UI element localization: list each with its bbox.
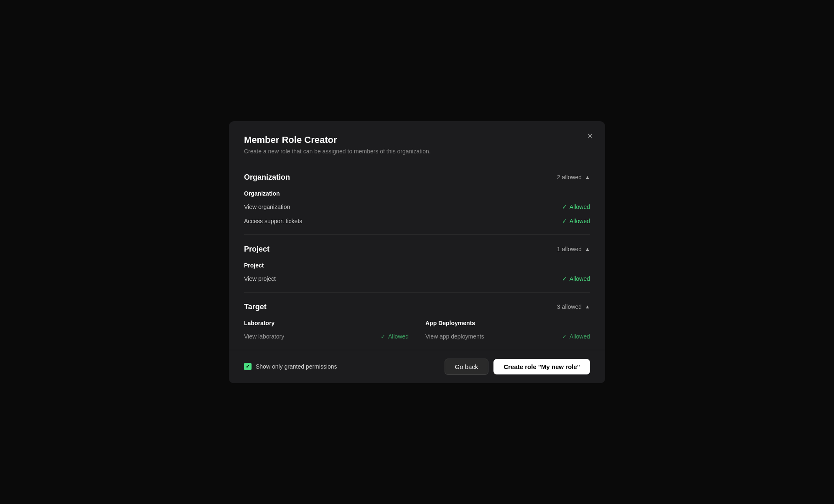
target-section-header: Target 3 allowed ▲	[244, 303, 590, 311]
modal-dialog: Member Role Creator Create a new role th…	[229, 121, 605, 383]
permission-allowed-text: Allowed	[570, 275, 590, 282]
modal-header: Member Role Creator Create a new role th…	[229, 121, 605, 163]
permission-label: View project	[244, 275, 276, 282]
show-granted-checkbox-label[interactable]: ✓ Show only granted permissions	[244, 363, 337, 370]
target-allowed-count: 3 allowed	[557, 303, 582, 310]
laboratory-group-title: Laboratory	[244, 320, 409, 326]
target-columns: Laboratory View laboratory ✓ Allowed App…	[244, 320, 590, 341]
target-section-title: Target	[244, 303, 267, 311]
permission-status: ✓ Allowed	[562, 218, 590, 224]
project-chevron-icon[interactable]: ▲	[585, 246, 590, 252]
modal-body: Organization 2 allowed ▲ Organization Vi…	[229, 163, 605, 350]
permission-status: ✓ Allowed	[562, 333, 590, 340]
organization-section-header: Organization 2 allowed ▲	[244, 173, 590, 182]
checkbox-label-text: Show only granted permissions	[256, 363, 337, 370]
organization-section-title: Organization	[244, 173, 290, 182]
close-button[interactable]: ×	[583, 130, 597, 143]
project-group-title: Project	[244, 262, 590, 269]
permission-status: ✓ Allowed	[562, 204, 590, 210]
check-icon: ✓	[562, 275, 567, 282]
permission-allowed-text: Allowed	[388, 333, 409, 340]
check-icon: ✓	[562, 218, 567, 224]
target-badge: 3 allowed ▲	[557, 303, 590, 310]
table-row: View project ✓ Allowed	[244, 274, 590, 284]
show-granted-checkbox[interactable]: ✓	[244, 363, 252, 370]
check-icon: ✓	[562, 204, 567, 210]
permission-status: ✓ Allowed	[562, 275, 590, 282]
check-icon: ✓	[381, 333, 386, 340]
project-permissions-list: View project ✓ Allowed	[244, 274, 590, 284]
table-row: View app deployments ✓ Allowed	[425, 331, 590, 341]
project-section-header: Project 1 allowed ▲	[244, 245, 590, 254]
project-allowed-count: 1 allowed	[557, 246, 582, 252]
permission-label: Access support tickets	[244, 218, 302, 224]
close-icon: ×	[587, 131, 592, 141]
permission-allowed-text: Allowed	[570, 218, 590, 224]
project-section-title: Project	[244, 245, 270, 254]
project-section: Project 1 allowed ▲ Project View project…	[244, 235, 590, 293]
organization-allowed-count: 2 allowed	[557, 174, 582, 181]
app-deployments-column: App Deployments View app deployments ✓ A…	[425, 320, 590, 341]
table-row: Access support tickets ✓ Allowed	[244, 216, 590, 226]
organization-permissions-list: View organization ✓ Allowed Access suppo…	[244, 202, 590, 226]
organization-section: Organization 2 allowed ▲ Organization Vi…	[244, 163, 590, 235]
permission-allowed-text: Allowed	[570, 333, 590, 340]
project-badge: 1 allowed ▲	[557, 246, 590, 252]
target-section: Target 3 allowed ▲ Laboratory View labor…	[244, 293, 590, 350]
check-icon: ✓	[562, 333, 567, 340]
app-deployments-group-title: App Deployments	[425, 320, 590, 326]
organization-chevron-icon[interactable]: ▲	[585, 174, 590, 180]
table-row: View organization ✓ Allowed	[244, 202, 590, 212]
checkbox-check-icon: ✓	[246, 364, 250, 369]
permission-allowed-text: Allowed	[570, 204, 590, 210]
modal-title: Member Role Creator	[244, 135, 590, 145]
permission-label: View laboratory	[244, 333, 284, 340]
permission-label: View organization	[244, 204, 290, 210]
modal-overlay: Member Role Creator Create a new role th…	[0, 0, 834, 504]
permission-label: View app deployments	[425, 333, 484, 340]
modal-subtitle: Create a new role that can be assigned t…	[244, 148, 590, 155]
laboratory-column: Laboratory View laboratory ✓ Allowed	[244, 320, 409, 341]
table-row: View laboratory ✓ Allowed	[244, 331, 409, 341]
go-back-button[interactable]: Go back	[445, 359, 489, 375]
modal-footer: ✓ Show only granted permissions Go back …	[229, 350, 605, 383]
organization-badge: 2 allowed ▲	[557, 174, 590, 181]
permission-status: ✓ Allowed	[381, 333, 409, 340]
organization-group-title: Organization	[244, 190, 590, 197]
create-role-button[interactable]: Create role "My new role"	[493, 359, 590, 374]
target-chevron-icon[interactable]: ▲	[585, 304, 590, 310]
